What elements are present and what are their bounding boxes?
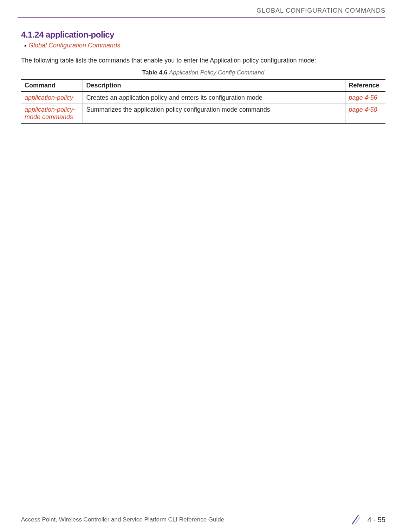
footer-right: 4 - 55 [350,514,385,525]
svg-line-1 [355,517,360,524]
reference-link[interactable]: page 4-56 [349,94,377,101]
table-cell-description: Creates an application policy and enters… [83,92,345,104]
page-footer: Access Point, Wireless Controller and Se… [21,514,385,525]
running-header: GLOBAL CONFIGURATION COMMANDS [257,7,385,14]
header-rule [18,17,385,18]
command-link[interactable]: application-policy [25,94,73,101]
reference-link[interactable]: page 4-58 [349,106,377,113]
breadcrumb-link[interactable]: Global Configuration Commands [28,42,120,49]
table-header-description: Description [83,79,345,92]
table-header-reference: Reference [345,79,385,92]
section-heading: 4.1.24 application-policy [21,30,385,40]
table-cell-description: Summarizes the application policy config… [83,104,345,124]
footer-guide-title: Access Point, Wireless Controller and Se… [21,516,224,523]
breadcrumb: ▸ Global Configuration Commands [25,42,385,49]
table-caption: Table 4.6 Application-Policy Config Comm… [21,69,385,76]
table-row: application-policy Creates an applicatio… [21,92,385,104]
table-header-command: Command [21,79,83,92]
table-row: application-policy- mode commands Summar… [21,104,385,124]
table-caption-title: Application-Policy Config Command [169,69,264,76]
page-number: 4 - 55 [368,516,385,524]
table-caption-label: Table 4.6 [142,69,168,76]
breadcrumb-arrow-icon: ▸ [25,43,27,48]
command-link[interactable]: application-policy- mode commands [25,106,75,120]
table-header-row: Command Description Reference [21,79,385,92]
command-table: Command Description Reference applicatio… [21,79,385,124]
intro-paragraph: The following table lists the commands t… [21,56,385,65]
main-content: 4.1.24 application-policy ▸ Global Confi… [21,30,385,124]
svg-line-0 [352,515,358,524]
footer-slash-icon [350,514,361,525]
